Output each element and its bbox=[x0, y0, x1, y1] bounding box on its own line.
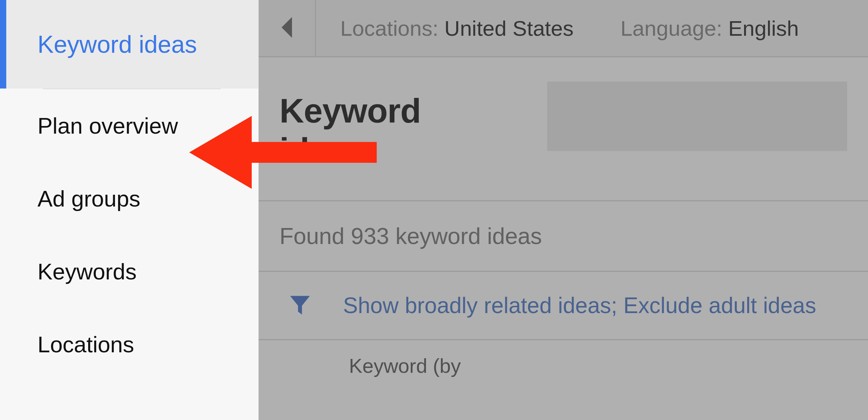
locations-setting[interactable]: Locations: United States bbox=[340, 16, 574, 41]
language-value: English bbox=[728, 16, 799, 40]
locations-value: United States bbox=[444, 16, 574, 40]
column-header-keyword[interactable]: Keyword (by bbox=[349, 354, 461, 377]
toolbar: Locations: United States Language: Engli… bbox=[259, 0, 868, 57]
filter-icon bbox=[288, 293, 312, 318]
search-input[interactable] bbox=[547, 82, 847, 151]
sidebar-item-label: Keywords bbox=[37, 259, 136, 285]
page-title: Keyword ideas bbox=[279, 91, 506, 170]
found-count: Found 933 keyword ideas bbox=[259, 201, 868, 272]
back-button[interactable] bbox=[259, 0, 316, 56]
svg-marker-0 bbox=[282, 17, 292, 38]
sidebar-item-locations[interactable]: Locations bbox=[0, 308, 258, 381]
main-content: Locations: United States Language: Engli… bbox=[259, 0, 868, 420]
sidebar-item-plan-overview[interactable]: Plan overview bbox=[0, 89, 258, 162]
sidebar-item-label: Ad groups bbox=[37, 186, 140, 212]
sidebar-item-keywords[interactable]: Keywords bbox=[0, 235, 258, 308]
language-label: Language: bbox=[620, 16, 728, 40]
filter-row[interactable]: Show broadly related ideas; Exclude adul… bbox=[259, 272, 868, 340]
table-header-row: Keyword (by bbox=[259, 340, 868, 377]
language-setting[interactable]: Language: English bbox=[620, 16, 799, 41]
chevron-left-icon bbox=[281, 17, 293, 39]
sidebar-item-label: Plan overview bbox=[37, 113, 178, 139]
filter-text: Show broadly related ideas; Exclude adul… bbox=[343, 293, 816, 318]
header-row: Keyword ideas bbox=[259, 57, 868, 201]
sidebar: Keyword ideas Plan overview Ad groups Ke… bbox=[0, 0, 259, 420]
sidebar-item-ad-groups[interactable]: Ad groups bbox=[0, 162, 258, 235]
sidebar-item-keyword-ideas[interactable]: Keyword ideas bbox=[0, 0, 258, 89]
sidebar-item-label: Keyword ideas bbox=[37, 31, 197, 58]
locations-label: Locations: bbox=[340, 16, 444, 40]
toolbar-settings: Locations: United States Language: Engli… bbox=[316, 16, 799, 41]
sidebar-item-label: Locations bbox=[37, 331, 134, 358]
